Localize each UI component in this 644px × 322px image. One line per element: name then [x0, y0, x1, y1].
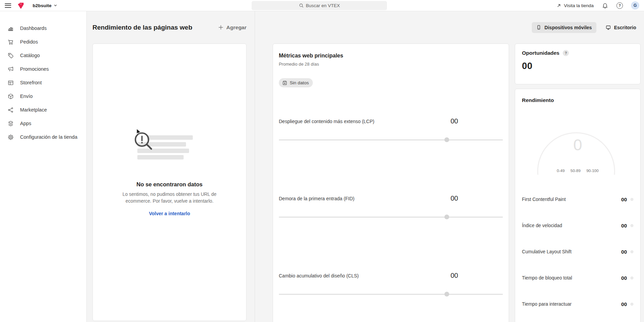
- performance-card: Rendimiento 0 0-49 50-89 90-100: [515, 89, 641, 322]
- desktop-toggle-label: Escritorio: [614, 25, 636, 30]
- cart-icon: [7, 39, 14, 45]
- perf-row-value: 00: [621, 223, 627, 229]
- slider-thumb[interactable]: [444, 137, 449, 142]
- range-mid: 50-89: [571, 168, 581, 173]
- sidebar-item-envio[interactable]: Envío: [0, 89, 86, 103]
- metrics-card-subtitle: Promedio de 28 días: [279, 62, 503, 67]
- sidebar-item-storefront[interactable]: Storefront: [0, 76, 86, 89]
- sidebar-item-label: Catálogo: [20, 53, 40, 58]
- retry-link[interactable]: Volver a intentarlo: [149, 211, 190, 216]
- sidebar-item-label: Envío: [20, 94, 33, 99]
- sidebar-item-pedidos[interactable]: Pedidos: [0, 35, 86, 49]
- layers-icon: [7, 120, 14, 127]
- vtex-logo[interactable]: [17, 2, 24, 9]
- empty-state-card: No se encontraron datos Lo sentimos, no …: [92, 44, 247, 321]
- help-icon[interactable]: ?: [616, 2, 623, 9]
- sidebar: Dashboards Pedidos Catálogo Promociones …: [0, 11, 87, 322]
- global-search-input[interactable]: Buscar en VTEX: [252, 1, 387, 10]
- menu-icon[interactable]: [5, 3, 11, 8]
- avatar[interactable]: G: [631, 1, 639, 10]
- topbar: b2bsuite Buscar en VTEX Visita la tienda…: [0, 0, 644, 11]
- no-data-badge: Sin datos: [279, 78, 313, 87]
- perf-row-cls: Cumulative Layout Shift 00: [522, 239, 633, 265]
- no-data-badge-label: Sin datos: [290, 80, 309, 85]
- metric-slider: [279, 292, 503, 296]
- device-toggle: Dispositivos móviles Escritorio: [532, 22, 641, 33]
- sidebar-item-configuracion[interactable]: Configuración de la tienda: [0, 130, 86, 144]
- mobile-devices-toggle[interactable]: Dispositivos móviles: [532, 22, 596, 33]
- main-content: Rendimiento de las páginas web Agregar N…: [87, 11, 644, 322]
- cube-icon: [7, 93, 14, 100]
- perf-row-value: 00: [621, 249, 627, 255]
- perf-row-label: Tiempo para interactuar: [522, 302, 572, 307]
- gauge-value: 0: [522, 135, 633, 154]
- plus-icon: [218, 24, 224, 30]
- metric-label: Despliegue del contenido más extenso (LC…: [279, 119, 451, 124]
- megaphone-icon: [7, 66, 14, 72]
- sidebar-item-label: Pedidos: [20, 39, 38, 45]
- perf-row-value: 00: [621, 301, 627, 307]
- add-button[interactable]: Agregar: [218, 24, 247, 31]
- sidebar-item-label: Promociones: [20, 66, 49, 72]
- web-pages-performance-region: Rendimiento de las páginas web Agregar N…: [87, 11, 255, 322]
- arrow-up-right-icon: [557, 3, 561, 8]
- performance-title: Rendimiento: [522, 97, 633, 103]
- sidebar-item-dashboards[interactable]: Dashboards: [0, 21, 86, 35]
- share-network-icon: [7, 107, 14, 113]
- empty-state-description-line2: ecommerce. Por favor, vuelve a intentarl…: [115, 198, 224, 205]
- sidebar-item-label: Marketplace: [20, 107, 47, 113]
- layout-icon: [7, 80, 14, 86]
- perf-row-label: Tiempo de bloqueo total: [522, 275, 572, 281]
- metric-value: 00: [451, 117, 458, 125]
- perf-row-label: Cumulative Layout Shift: [522, 249, 572, 254]
- metric-slider: [279, 137, 503, 142]
- sidebar-item-catalogo[interactable]: Catálogo: [0, 49, 86, 62]
- opportunities-help-icon[interactable]: ?: [563, 50, 569, 56]
- desktop-toggle[interactable]: Escritorio: [601, 22, 641, 33]
- status-dot: [630, 224, 633, 227]
- perf-row-speed-index: Índice de velocidad 00: [522, 213, 633, 239]
- metrics-card-title: Métricas web principales: [279, 53, 503, 59]
- empty-state-title: No se encontraron datos: [115, 181, 224, 188]
- opportunities-title: Oportunidades: [522, 50, 559, 56]
- metric-value: 00: [451, 272, 458, 279]
- perf-row-label: First Contentful Paint: [522, 197, 566, 202]
- gauge-range-legend: 0-49 50-89 90-100: [522, 168, 633, 173]
- mobile-toggle-label: Dispositivos móviles: [544, 25, 592, 30]
- chevron-down-icon: [53, 3, 57, 7]
- sidebar-item-label: Apps: [20, 121, 31, 126]
- account-name: b2bsuite: [33, 3, 52, 8]
- no-data-illustration: [137, 134, 202, 167]
- bar-chart-icon: [7, 25, 14, 32]
- status-dot: [630, 303, 633, 306]
- performance-summary-region: Dispositivos móviles Escritorio Oportuni…: [515, 11, 644, 322]
- visit-store-label: Visita la tienda: [564, 3, 594, 8]
- status-dot: [630, 276, 633, 279]
- perf-row-value: 00: [621, 197, 627, 203]
- metric-value: 00: [451, 194, 458, 202]
- sidebar-item-promociones[interactable]: Promociones: [0, 62, 86, 76]
- sidebar-item-label: Dashboards: [20, 26, 47, 31]
- vtex-admin-app: b2bsuite Buscar en VTEX Visita la tienda…: [0, 0, 644, 322]
- account-switcher[interactable]: b2bsuite: [33, 3, 57, 8]
- metric-cls: Cambio acumulativo del diseño (CLS) 00: [279, 257, 503, 322]
- search-icon: [299, 3, 304, 8]
- notifications-bell-icon[interactable]: [602, 2, 608, 9]
- visit-store-link[interactable]: Visita la tienda: [557, 3, 594, 8]
- sidebar-item-marketplace[interactable]: Marketplace: [0, 103, 86, 117]
- range-low: 0-49: [557, 168, 565, 173]
- perf-row-fcp: First Contentful Paint 00: [522, 186, 633, 213]
- slider-thumb[interactable]: [444, 215, 449, 219]
- section-title: Rendimiento de las páginas web: [92, 24, 192, 31]
- tag-icon: [7, 52, 14, 59]
- sidebar-item-label: Configuración de la tienda: [20, 134, 77, 140]
- sidebar-item-label: Storefront: [20, 80, 42, 85]
- empty-state-description-line1: Lo sentimos, no pudimos obtener tus URL …: [115, 191, 224, 198]
- performance-gauge: 0 0-49 50-89 90-100: [522, 105, 633, 177]
- status-dot: [630, 250, 633, 253]
- sidebar-item-apps[interactable]: Apps: [0, 117, 86, 130]
- slider-thumb[interactable]: [444, 292, 449, 296]
- perf-row-tbt: Tiempo de bloqueo total 00: [522, 265, 633, 291]
- metric-fid: Demora de la primera entrada (FID) 00: [279, 180, 503, 257]
- calendar-x-icon: [282, 80, 287, 85]
